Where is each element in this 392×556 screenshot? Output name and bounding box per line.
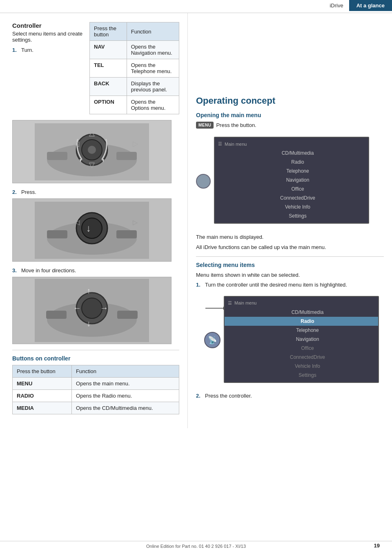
btn-label: MEDIA [13,402,72,414]
buttons-section-title: Buttons on controller [12,355,179,362]
step-1-num: 1. [12,47,21,53]
menu-item: Office [225,344,378,353]
nav-btn-label: OPTION [90,96,127,114]
svg-rect-18 [47,230,67,238]
main-menu-label-2: Main menu [234,300,256,305]
nav-btn-fn: Opens the Navigation menu. [127,41,179,59]
nav-btn-fn: Opens the Telephone menu. [127,59,179,78]
controller-image-move: ↑ ↓ ← → [12,277,172,344]
step-2: 2. Press. [12,189,179,195]
idrive-screen-2-wrapper: 📡 ☰ Main menu CD/MultimediaRadioTelephon… [204,292,384,389]
selecting-subtitle: Menu items shown in white can be selecte… [196,271,384,279]
menu-item: Settings [225,371,378,380]
svg-text:↓: ↓ [86,222,91,234]
step-3-num: 3. [12,267,21,274]
svg-rect-8 [116,152,137,160]
menu-item: Radio [215,158,368,167]
menu-item: Navigation [215,176,368,185]
btn-label: RADIO [13,390,72,402]
menu-item: Radio [225,317,378,326]
menu-icon: ☰ [218,141,222,147]
screen-header-1: ☰ Main menu [215,140,368,149]
btn-fn: Opens the Radio menu. [72,390,179,402]
svg-rect-7 [47,152,67,160]
table-row: RADIOOpens the Radio menu. [13,390,179,402]
menu-item: CD/Multimedia [215,149,368,158]
right-step-1-text: Turn the controller until the desired me… [205,282,347,288]
buttons-col1: Press the button [13,365,72,378]
left-column: Press the button Function NAVOpens the N… [0,13,188,428]
svg-text:↓: ↓ [87,319,91,328]
page-number: 19 [374,543,380,549]
table-row: NAVOpens the Navigation menu. [90,41,179,59]
opening-menu-title: Opening the main menu [196,112,384,118]
svg-text:▷: ▷ [133,219,138,226]
selecting-title: Selecting menu items [196,262,384,268]
right-step-2: 2. Press the controller. [196,393,384,399]
step-1: 1. Turn. [12,47,85,53]
idrive-tab: iDrive [324,0,349,11]
btn-fn: Opens the CD/Multimedia menu. [72,402,179,414]
controller-image-press: ↓ ▷ ◁ [12,198,172,262]
nav-btn-label: NAV [90,41,127,59]
right-step-2-num: 2. [196,393,205,399]
menu-item: Telephone [215,167,368,176]
step-3: 3. Move in four directions. [12,267,179,274]
step-2-num: 2. [12,189,21,195]
menu-item: ConnectedDrive [215,193,368,202]
step-1-text: Turn. [21,47,33,53]
wifi-icon: 📡 [208,336,217,345]
all-idrive-text: All iDrive functions can be called up vi… [196,244,384,251]
svg-point-25 [82,298,102,318]
svg-text:▷: ▷ [133,140,138,148]
nav-btn-label: BACK [90,78,127,96]
buttons-col2: Function [72,365,179,378]
svg-text:↑: ↑ [87,286,91,295]
menu-item: Telephone [225,326,378,335]
nav-buttons-table: Press the button Function NAVOpens the N… [89,22,179,114]
table-row: OPTIONOpens the Options menu. [90,96,179,114]
menu-item: Vehicle Info [215,202,368,211]
svg-text:▽: ▽ [89,161,95,169]
menu-item: CD/Multimedia [225,308,378,317]
nav-btn-fn: Opens the Options menu. [127,96,179,114]
section-divider [12,350,179,350]
menu-item: ConnectedDrive [225,353,378,362]
svg-text:◁: ◁ [74,140,79,148]
idrive-screen-1: ☰ Main menu CD/MultimediaRadioTelephoneN… [214,137,369,224]
svg-rect-31 [117,311,138,319]
menu-item: Navigation [225,335,378,344]
svg-point-16 [82,218,102,238]
displayed-text: The main menu is displayed. [196,234,384,241]
nav-table-col2: Function [127,22,179,41]
nav-btn-fn: Displays the previous panel. [127,78,179,96]
menu-item: Office [215,185,368,193]
footer-text: Online Edition for Part no. 01 40 2 926 … [146,544,246,549]
idrive-screen-2: ☰ Main menu CD/MultimediaRadioTelephoneN… [224,296,379,383]
controller-image-turn: ▷ ◁ △ ▽ [12,120,172,183]
right-column: Operating concept Opening the main menu … [188,13,392,428]
table-row: MEDIAOpens the CD/Multimedia menu. [13,402,179,414]
screen-header-2: ☰ Main menu [225,299,378,308]
ataglance-tab: At a glance [349,0,392,11]
right-step-1: 1. Turn the controller until the desired… [196,282,384,288]
right-step-2-text: Press the controller. [205,393,252,399]
page-header: iDrive At a glance [0,0,392,13]
svg-text:◁: ◁ [75,219,80,226]
page-footer: Online Edition for Part no. 01 40 2 926 … [0,541,392,549]
menu-icon-2: ☰ [228,300,232,306]
nav-table-col1: Press the button [90,22,127,41]
btn-fn: Opens the main menu. [72,378,179,390]
circle-selector-1 [196,174,211,189]
svg-text:△: △ [89,129,95,137]
press-button-text: Press the button. [216,122,256,128]
table-row: MENUOpens the main menu. [13,378,179,390]
nav-btn-label: TEL [90,59,127,78]
operating-concept-title: Operating concept [196,96,384,106]
idrive-screen-1-wrapper: ☰ Main menu CD/MultimediaRadioTelephoneN… [196,133,384,229]
svg-text:→: → [100,303,108,312]
table-row: TELOpens the Telephone menu. [90,59,179,78]
menu-item: Settings [215,211,368,220]
circle-selector-2: 📡 [204,332,220,348]
table-row: BACKDisplays the previous panel. [90,78,179,96]
